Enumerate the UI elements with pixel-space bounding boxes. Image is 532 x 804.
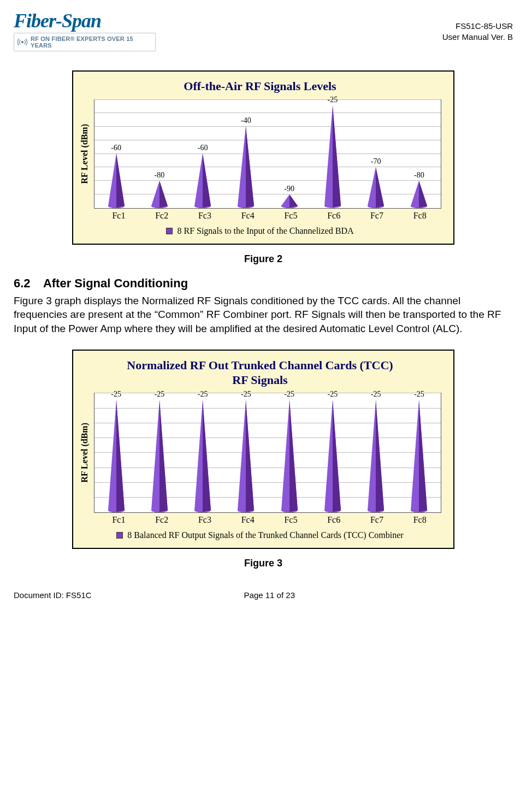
doc-meta: FS51C-85-USR User Manual Ver. B xyxy=(442,21,513,42)
x-tick-label: Fc1 xyxy=(97,211,140,221)
bar-value-label: -70 xyxy=(371,157,381,166)
chart-bar: -60 xyxy=(94,100,138,208)
figure-2-title: Off-the-Air RF Signals Levels xyxy=(79,79,441,93)
chart-bar: -25 xyxy=(181,393,224,512)
chart-bar: -60 xyxy=(181,100,224,208)
section-title: After Signal Conditioning xyxy=(43,276,188,290)
x-tick-label: Fc2 xyxy=(140,211,184,221)
logo: Fiber-Span RF ON FIBER® EXPERTS OVER 15 … xyxy=(14,11,156,51)
chart-bar: -25 xyxy=(268,393,311,512)
bar-value-label: -60 xyxy=(111,144,121,152)
x-tick-label: Fc7 xyxy=(356,515,399,525)
chart-bar: -70 xyxy=(354,100,398,208)
logo-tagline-text: RF ON FIBER® EXPERTS OVER 15 YEARS xyxy=(31,36,152,49)
bar-value-label: -80 xyxy=(155,171,165,180)
figure-3-title-line1: Normalized RF Out Trunked Channel Cards … xyxy=(127,358,393,372)
bar-value-label: -25 xyxy=(284,390,294,399)
figure-3-legend-text: 8 Balanced RF Output Signals of the Trun… xyxy=(127,530,403,540)
legend-swatch-icon xyxy=(116,532,123,539)
footer-doc-id: Document ID: FS51C xyxy=(14,590,92,601)
figure-3-panel: Normalized RF Out Trunked Channel Cards … xyxy=(72,350,454,549)
figure-3-ylabel: RF Level (dBm) xyxy=(79,423,91,483)
chart-bar: -80 xyxy=(138,100,181,208)
x-tick-label: Fc3 xyxy=(184,515,227,525)
figure-2-ylabel: RF Level (dBm) xyxy=(79,124,91,184)
figure-2-xaxis: Fc1Fc2Fc3Fc4Fc5Fc6Fc7Fc8 xyxy=(97,211,441,221)
bar-value-label: -25 xyxy=(155,390,165,399)
chart-bar: -25 xyxy=(224,393,268,512)
chart-bar: -25 xyxy=(138,393,181,512)
figure-3-caption: Figure 3 xyxy=(14,557,513,570)
figure-2-legend-text: 8 RF Signals to the Input of the Channel… xyxy=(177,226,353,236)
chart-bar: -90 xyxy=(268,100,311,208)
figure-3-plot: -25 -25 -25 -25 -25 -25 -25 -25 xyxy=(94,393,441,513)
bar-value-label: -25 xyxy=(328,96,338,104)
x-tick-label: Fc8 xyxy=(398,515,441,525)
chart-bar: -25 xyxy=(354,393,398,512)
x-tick-label: Fc8 xyxy=(398,211,441,221)
figure-2-legend: 8 RF Signals to the Input of the Channel… xyxy=(79,226,441,236)
page-footer: Document ID: FS51C Page 11 of 23 xyxy=(14,590,513,601)
chart-bar: -25 xyxy=(398,393,441,512)
figure-3-legend: 8 Balanced RF Output Signals of the Trun… xyxy=(79,530,441,540)
x-tick-label: Fc4 xyxy=(226,515,269,525)
chart-bar: -25 xyxy=(94,393,138,512)
doc-version: User Manual Ver. B xyxy=(442,32,513,43)
bar-value-label: -80 xyxy=(414,171,424,180)
x-tick-label: Fc2 xyxy=(140,515,184,525)
figure-2-panel: Off-the-Air RF Signals Levels RF Level (… xyxy=(72,70,454,244)
figure-3-title-line2: RF Signals xyxy=(79,373,441,387)
figure-2-caption: Figure 2 xyxy=(14,252,513,265)
figure-3-xaxis: Fc1Fc2Fc3Fc4Fc5Fc6Fc7Fc8 xyxy=(97,515,441,525)
bar-value-label: -90 xyxy=(284,185,294,193)
chart-bar: -80 xyxy=(398,100,441,208)
section-body: Figure 3 graph displays the Normalized R… xyxy=(14,294,513,336)
bar-value-label: -25 xyxy=(414,390,424,399)
bar-value-label: -40 xyxy=(241,116,251,125)
antenna-icon xyxy=(17,37,27,47)
x-tick-label: Fc1 xyxy=(97,515,140,525)
footer-page: Page 11 of 23 xyxy=(244,590,295,601)
figure-2-plot: -60 -80 -60 -40 -90 -25 -70 -80 xyxy=(94,99,441,209)
doc-code: FS51C-85-USR xyxy=(442,21,513,32)
bar-value-label: -25 xyxy=(371,390,381,399)
svg-point-0 xyxy=(22,42,23,43)
x-tick-label: Fc4 xyxy=(226,211,269,221)
bar-value-label: -25 xyxy=(198,390,208,399)
logo-tagline-box: RF ON FIBER® EXPERTS OVER 15 YEARS xyxy=(14,33,156,51)
section-number: 6.2 xyxy=(14,275,31,292)
x-tick-label: Fc6 xyxy=(312,211,356,221)
chart-bar: -25 xyxy=(311,100,354,208)
bar-value-label: -25 xyxy=(111,390,121,399)
chart-bar: -40 xyxy=(224,100,268,208)
bar-value-label: -25 xyxy=(241,390,251,399)
bar-value-label: -25 xyxy=(328,390,338,399)
x-tick-label: Fc5 xyxy=(269,515,312,525)
chart-bar: -25 xyxy=(311,393,354,512)
section-heading: 6.2 After Signal Conditioning xyxy=(14,275,513,292)
logo-brand: Fiber-Span xyxy=(14,11,156,31)
x-tick-label: Fc3 xyxy=(184,211,227,221)
x-tick-label: Fc5 xyxy=(269,211,312,221)
figure-3-title: Normalized RF Out Trunked Channel Cards … xyxy=(79,358,441,387)
bar-value-label: -60 xyxy=(198,144,208,152)
x-tick-label: Fc7 xyxy=(356,211,399,221)
legend-swatch-icon xyxy=(166,228,173,234)
page-header: Fiber-Span RF ON FIBER® EXPERTS OVER 15 … xyxy=(14,11,513,51)
x-tick-label: Fc6 xyxy=(312,515,356,525)
